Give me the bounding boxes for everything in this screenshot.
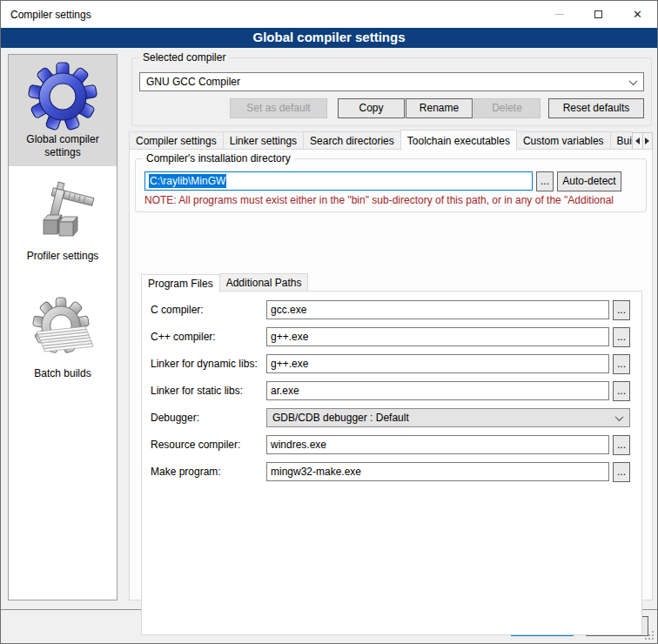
caption-buttons: ✕ [540, 1, 657, 28]
selected-compiler-group: Selected compiler GNU GCC Compiler Set a… [131, 57, 652, 126]
browse-directory-button[interactable]: ... [536, 171, 554, 191]
installation-directory-row: C:\raylib\MinGW ... Auto-detect [144, 171, 621, 191]
settings-tab-strip: Compiler settings Linker settings Search… [129, 129, 653, 150]
installation-directory-input[interactable]: C:\raylib\MinGW [144, 171, 533, 191]
auto-detect-button[interactable]: Auto-detect [557, 171, 621, 191]
resource-compiler-browse-button[interactable]: ... [613, 435, 630, 455]
compiler-select-value: GNU GCC Compiler [146, 76, 630, 88]
installation-directory-value: C:\raylib\MinGW [149, 174, 226, 188]
debugger-row: Debugger: GDB/CDB debugger : Default [151, 408, 630, 427]
set-as-default-button[interactable]: Set as default [230, 98, 327, 118]
minimize-icon [555, 14, 564, 15]
arrow-left-icon [635, 138, 640, 144]
debugger-select[interactable]: GDB/CDB debugger : Default [266, 408, 630, 427]
make-program-label: Make program: [151, 466, 266, 478]
delete-button[interactable]: Delete [473, 98, 540, 118]
installation-directory-group-label: Compiler's installation directory [143, 152, 294, 164]
tab-custom-variables[interactable]: Custom variables [516, 131, 611, 150]
maximize-icon [594, 10, 602, 18]
dialog-header: Global compiler settings [1, 28, 657, 48]
debugger-select-value: GDB/CDB debugger : Default [272, 412, 616, 424]
dynamic-linker-browse-button[interactable]: ... [613, 354, 630, 374]
tab-additional-paths[interactable]: Additional Paths [219, 273, 309, 292]
compiler-settings-dialog: Compiler settings ✕ Global compiler sett… [0, 0, 658, 644]
c-compiler-label: C compiler: [151, 304, 266, 316]
resource-compiler-label: Resource compiler: [151, 439, 266, 451]
settings-category-list: Global compiler settings [8, 54, 118, 600]
maximize-button[interactable] [579, 1, 618, 28]
installation-directory-group: Compiler's installation directory C:\ray… [135, 158, 647, 212]
make-program-input[interactable]: mingw32-make.exe [266, 462, 609, 481]
debugger-label: Debugger: [151, 412, 266, 424]
sidebar-item-label: Global compiler settings [10, 133, 115, 159]
reset-defaults-button[interactable]: Reset defaults [548, 98, 644, 118]
blue-gear-icon [28, 62, 97, 131]
dynamic-linker-label: Linker for dynamic libs: [151, 358, 266, 370]
c-compiler-browse-button[interactable]: ... [613, 300, 630, 320]
c-compiler-row: C compiler: gcc.exe ... [151, 300, 630, 319]
sidebar-item-label: Batch builds [10, 367, 115, 380]
close-button[interactable]: ✕ [618, 1, 657, 28]
title-bar: Compiler settings ✕ [1, 1, 657, 28]
dynamic-linker-input[interactable]: g++.exe [266, 354, 609, 373]
resource-compiler-row: Resource compiler: windres.exe ... [151, 435, 630, 454]
chevron-down-icon [629, 77, 638, 85]
selected-compiler-group-label: Selected compiler [139, 51, 229, 64]
close-icon: ✕ [633, 9, 642, 20]
dynamic-linker-row: Linker for dynamic libs: g++.exe ... [151, 354, 630, 373]
window-title: Compiler settings [1, 9, 540, 21]
tab-toolchain-executables[interactable]: Toolchain executables [400, 130, 517, 151]
cpp-compiler-input[interactable]: g++.exe [266, 327, 609, 346]
tab-program-files[interactable]: Program Files [141, 274, 220, 292]
toolchain-executables-page: Compiler's installation directory C:\ray… [129, 149, 653, 600]
tab-search-directories[interactable]: Search directories [303, 131, 401, 150]
compiler-action-buttons: Set as default Copy Rename Delete Reset … [139, 98, 644, 118]
arrow-right-icon [645, 138, 649, 144]
dialog-body: Global compiler settings [1, 48, 657, 643]
sidebar-item-profiler-settings[interactable]: Profiler settings [9, 171, 117, 270]
tab-compiler-settings[interactable]: Compiler settings [129, 131, 224, 150]
resource-compiler-input[interactable]: windres.exe [266, 435, 609, 454]
c-compiler-input[interactable]: gcc.exe [266, 300, 609, 319]
static-linker-label: Linker for static libs: [151, 385, 266, 397]
bin-subdirectory-note: NOTE: All programs must exist either in … [144, 194, 644, 206]
cpp-compiler-label: C++ compiler: [151, 331, 266, 343]
compiler-select[interactable]: GNU GCC Compiler [139, 72, 644, 91]
make-program-row: Make program: mingw32-make.exe ... [151, 462, 630, 481]
caliper-icon [28, 178, 97, 248]
dialog-header-title: Global compiler settings [252, 30, 405, 44]
cpp-compiler-browse-button[interactable]: ... [613, 327, 630, 347]
tab-linker-settings[interactable]: Linker settings [223, 131, 304, 150]
static-linker-browse-button[interactable]: ... [613, 381, 630, 401]
minimize-button[interactable] [540, 1, 579, 28]
sidebar-item-batch-builds[interactable]: Batch builds [9, 289, 117, 387]
copy-button[interactable]: Copy [338, 98, 405, 118]
tab-scroll-right-button[interactable] [642, 132, 653, 150]
program-files-tab-strip: Program Files Additional Paths [141, 273, 308, 292]
rename-button[interactable]: Rename [406, 98, 473, 118]
chevron-down-icon [615, 413, 624, 421]
static-linker-input[interactable]: ar.exe [266, 381, 609, 400]
resize-grip-icon[interactable] [645, 631, 654, 640]
sidebar-item-global-compiler-settings[interactable]: Global compiler settings [9, 55, 117, 166]
static-linker-row: Linker for static libs: ar.exe ... [151, 381, 630, 400]
program-files-page: C compiler: gcc.exe ... C++ compiler: g+… [141, 291, 642, 635]
cpp-compiler-row: C++ compiler: g++.exe ... [151, 327, 630, 346]
tab-build-options[interactable]: Build options [610, 131, 634, 150]
gray-gear-papers-icon [28, 296, 97, 366]
make-program-browse-button[interactable]: ... [613, 462, 630, 482]
sidebar-item-label: Profiler settings [10, 250, 115, 263]
